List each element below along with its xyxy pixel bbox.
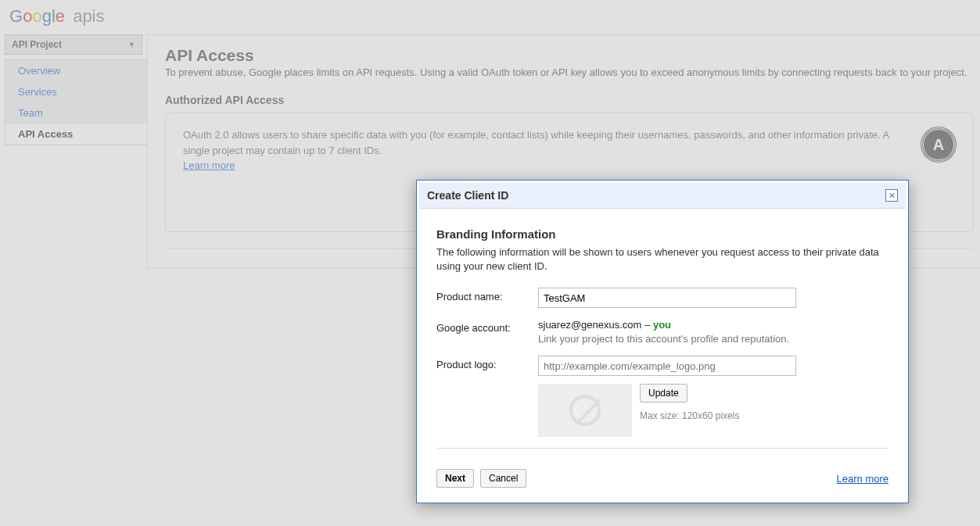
dialog-title: Create Client ID [427, 189, 508, 202]
logo-preview [538, 384, 632, 437]
branding-subtext: The following information will be shown … [436, 245, 888, 274]
no-image-icon [569, 395, 601, 426]
dialog-learn-more-link[interactable]: Learn more [837, 473, 888, 485]
account-hint: Link your project to this account's prof… [538, 333, 888, 345]
update-button[interactable]: Update [640, 384, 687, 403]
close-icon[interactable]: ✕ [885, 189, 898, 202]
product-name-input[interactable] [538, 288, 796, 308]
product-name-label: Product name: [436, 288, 538, 302]
google-account-label: Google account: [436, 319, 538, 334]
max-size-hint: Max size: 120x60 pixels [640, 410, 739, 421]
dialog-titlebar: Create Client ID ✕ [419, 183, 906, 209]
dialog-divider [436, 448, 888, 449]
next-button[interactable]: Next [436, 469, 474, 488]
cancel-button[interactable]: Cancel [480, 469, 526, 488]
product-logo-input[interactable] [538, 356, 796, 376]
product-logo-label: Product logo: [436, 356, 538, 370]
account-sep: – [641, 319, 652, 331]
create-client-id-dialog: Create Client ID ✕ Branding Information … [416, 180, 909, 503]
account-email: sjuarez@genexus.com [538, 319, 641, 331]
branding-heading: Branding Information [436, 227, 888, 241]
account-you: you [653, 319, 671, 331]
